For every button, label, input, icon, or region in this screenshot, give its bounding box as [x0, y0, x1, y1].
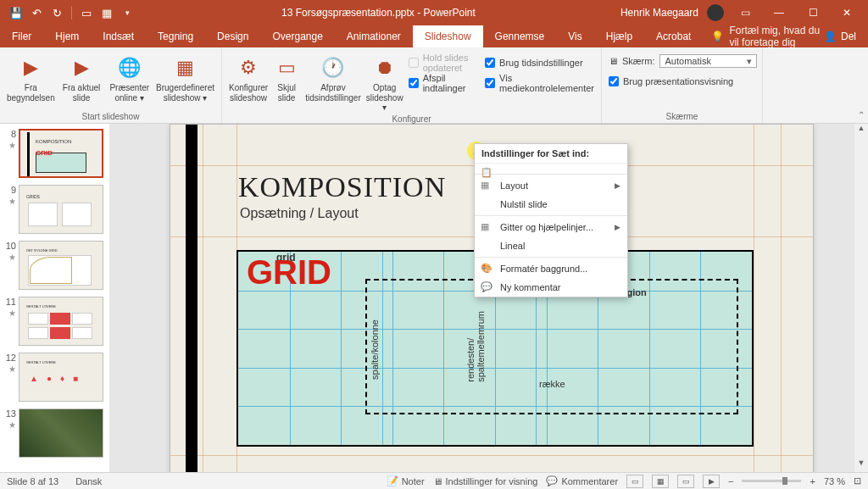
zoom-out-icon[interactable]: −: [728, 476, 733, 486]
thumbnail-13[interactable]: [19, 408, 103, 458]
language-indicator[interactable]: Dansk: [75, 476, 102, 486]
play-narrations-checkbox[interactable]: Afspil indtalinger: [409, 75, 480, 92]
ribbon: ▶Fra begyndelsen ▶Fra aktuel slide 🌐Præs…: [0, 47, 868, 124]
redo-icon[interactable]: ↻: [47, 3, 66, 22]
keep-updated-checkbox[interactable]: Hold slides opdateret: [409, 54, 480, 71]
zoom-in-icon[interactable]: +: [810, 476, 815, 486]
quick-access-toolbar: 💾 ↶ ↻ ▭ ▦ ▾: [0, 3, 136, 22]
grid-big-text: GRID: [247, 253, 331, 292]
start-show-icon[interactable]: ▭: [77, 3, 96, 22]
from-current-button[interactable]: ▶Fra aktuel slide: [60, 51, 103, 103]
tell-me-search[interactable]: 💡 Fortæl mig, hvad du vil foretage dig: [711, 25, 824, 48]
sorter-view-icon[interactable]: ▦: [652, 475, 669, 488]
custom-slideshow-button[interactable]: ▦Brugerdefineret slideshow ▾: [156, 51, 214, 103]
zoom-slider[interactable]: [742, 480, 801, 482]
monitor-icon: 🖥: [609, 56, 618, 66]
hide-slide-button[interactable]: ▭Skjul slide: [273, 51, 300, 103]
qat-dropdown-icon[interactable]: ▾: [118, 3, 136, 22]
tab-vis[interactable]: Vis: [556, 25, 593, 47]
tab-hjem[interactable]: Hjem: [43, 25, 91, 47]
share-label: Del: [841, 31, 856, 42]
group-label-skaerm: Skærme: [609, 110, 755, 123]
slide-title: KOMPOSITION: [238, 171, 446, 203]
setup-show-button[interactable]: ⚙Konfigurer slideshow: [229, 51, 268, 103]
chevron-right-icon: ▶: [615, 181, 620, 190]
paste-option-button: 📋: [475, 164, 627, 172]
present-online-button[interactable]: 🌐Præsenter online ▾: [108, 51, 151, 103]
ctx-layout[interactable]: ▦Layout▶: [475, 176, 627, 195]
screen-label: Skærm:: [622, 56, 655, 66]
tab-tegning[interactable]: Tegning: [146, 25, 205, 47]
context-menu-header: Indstillinger for Sæt ind:: [475, 144, 627, 164]
notes-button[interactable]: 📝Noter: [387, 475, 425, 486]
record-slideshow-button[interactable]: ⏺Optag slideshow ▾: [366, 51, 403, 113]
lightbulb-icon: 💡: [711, 31, 724, 42]
title-bar: 💾 ↶ ↻ ▭ ▦ ▾ 13 Forsøgspræsentation.pptx …: [0, 0, 868, 25]
slide-subtitle: Opsætning / Layout: [240, 206, 359, 221]
tab-indsaet[interactable]: Indsæt: [91, 25, 146, 47]
vertical-scrollbar[interactable]: ▲ ▼: [854, 124, 868, 472]
zone-dashed-box: [365, 279, 738, 414]
tab-slideshow[interactable]: Slideshow: [413, 25, 483, 47]
tab-acrobat[interactable]: Acrobat: [644, 25, 703, 47]
from-beginning-button[interactable]: ▶Fra begyndelsen: [7, 51, 55, 103]
comments-button[interactable]: 💬Kommentarer: [546, 475, 618, 486]
zoom-level[interactable]: 73 %: [824, 476, 845, 486]
thumbnail-9[interactable]: GRIDS: [19, 185, 103, 234]
collapse-ribbon-icon[interactable]: ⌃: [858, 110, 865, 119]
slideshow-view-icon[interactable]: ▶: [703, 475, 720, 488]
slide-editor[interactable]: KOMPOSITION Opsætning / Layout spalte/ko…: [110, 124, 868, 472]
slide-thumbnails-panel[interactable]: 8★KOMPOSITIONGRID 9★GRIDS 10★DET GYLDNE …: [0, 124, 110, 472]
ctx-lineal[interactable]: Lineal: [475, 236, 627, 255]
show-media-controls-checkbox[interactable]: Vis mediekontrolelementer: [485, 75, 594, 92]
minimize-icon[interactable]: —: [766, 0, 792, 25]
normal-view-icon[interactable]: ▭: [626, 475, 643, 488]
avatar[interactable]: [707, 4, 724, 21]
play-current-icon: ▶: [68, 54, 95, 81]
tab-overgange[interactable]: Overgange: [260, 25, 334, 47]
reading-view-icon[interactable]: ▭: [677, 475, 694, 488]
black-vertical-strip: [186, 125, 198, 472]
maximize-icon[interactable]: ☐: [800, 0, 826, 25]
display-icon: 🖥: [433, 476, 442, 486]
display-settings-button[interactable]: 🖥Indstillinger for visning: [433, 476, 538, 486]
ctx-nulstil[interactable]: Nulstil slide: [475, 195, 627, 214]
scroll-up-icon[interactable]: ▲: [854, 124, 868, 137]
slide-canvas[interactable]: KOMPOSITION Opsætning / Layout spalte/ko…: [170, 124, 814, 472]
tell-me-label: Fortæl mig, hvad du vil foretage dig: [729, 25, 824, 48]
ctx-formater[interactable]: 🎨Formatér baggrund...: [475, 259, 627, 278]
use-timings-checkbox[interactable]: Brug tidsindstillinger: [485, 54, 594, 71]
screen-select[interactable]: Automatisk: [659, 54, 757, 68]
notes-icon: 📝: [387, 475, 398, 486]
thumbnail-8[interactable]: KOMPOSITIONGRID: [19, 129, 103, 178]
status-bar: Slide 8 af 13 Dansk 📝Noter 🖥Indstillinge…: [0, 472, 868, 489]
play-icon: ▶: [17, 54, 44, 81]
rehearse-timings-button[interactable]: 🕐Afprøv tidsindstillinger: [305, 51, 361, 103]
ctx-kommentar[interactable]: 💬Ny kommentar: [475, 278, 627, 297]
thumbnail-11[interactable]: GESTALT LOVENE: [19, 297, 103, 346]
tab-gennemse[interactable]: Gennemse: [483, 25, 557, 47]
record-icon: ⏺: [371, 54, 398, 81]
scroll-down-icon[interactable]: ▼: [854, 458, 868, 472]
tab-design[interactable]: Design: [205, 25, 260, 47]
layout-icon[interactable]: ▦: [97, 3, 116, 22]
thumbnail-12[interactable]: GESTALT LOVENE▲●♦■: [19, 353, 103, 402]
undo-icon[interactable]: ↶: [27, 3, 46, 22]
window-title: 13 Forsøgspræsentation.pptx - PowerPoint: [136, 7, 620, 19]
comments-icon: 💬: [546, 475, 558, 486]
label-spalte: spalte/kolonne: [370, 320, 380, 380]
context-menu: Indstillinger for Sæt ind: 📋 ▦Layout▶ Nu…: [474, 143, 628, 297]
tab-filer[interactable]: Filer: [0, 25, 43, 47]
share-button[interactable]: 👤 Del: [824, 31, 856, 42]
ribbon-options-icon[interactable]: ▭: [732, 0, 758, 25]
slide-counter[interactable]: Slide 8 af 13: [7, 476, 58, 486]
thumbnail-10[interactable]: DET GYLDNE GRID: [19, 241, 103, 290]
fit-to-window-icon[interactable]: ⊡: [854, 475, 861, 486]
presenter-view-checkbox[interactable]: Brug præsentationsvisning: [609, 73, 757, 90]
ctx-gitter[interactable]: ▦Gitter og hjælpelinjer...▶: [475, 218, 627, 236]
layout-icon: ▦: [481, 180, 492, 192]
close-icon[interactable]: ✕: [834, 0, 860, 25]
tab-hjaelp[interactable]: Hjælp: [594, 25, 644, 47]
tab-animationer[interactable]: Animationer: [335, 25, 413, 47]
save-icon[interactable]: 💾: [7, 3, 25, 22]
